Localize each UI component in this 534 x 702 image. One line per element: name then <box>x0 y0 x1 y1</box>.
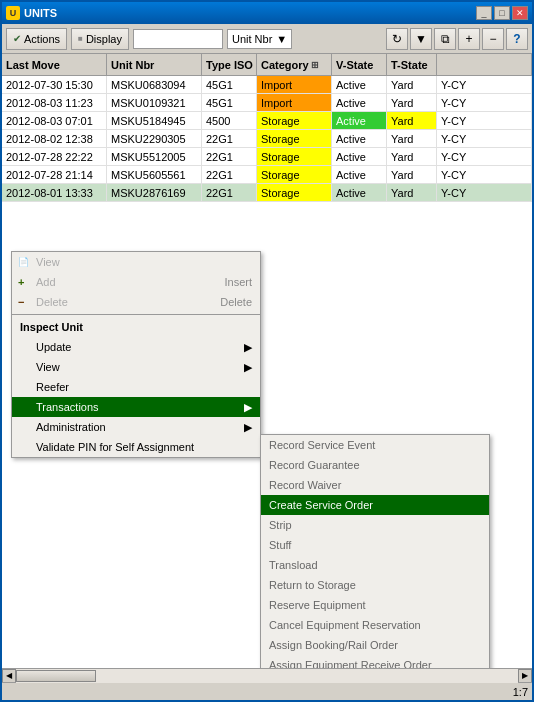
menu-item-update[interactable]: Update ▶ <box>12 337 260 357</box>
submenu-label-4: Strip <box>269 519 292 531</box>
cell-category-0: Import <box>257 76 332 93</box>
submenu-item-return-to-storage[interactable]: Return to Storage <box>261 575 489 595</box>
cell-vstate-0: Active <box>332 76 387 93</box>
cell-category-6: Storage <box>257 184 332 201</box>
cell-unitnbr-6: MSKU2876169 <box>107 184 202 201</box>
col-header-unitnbr[interactable]: Unit Nbr <box>107 54 202 75</box>
menu-label-reefer: Reefer <box>36 381 69 393</box>
submenu-item-record-service-event[interactable]: Record Service Event <box>261 435 489 455</box>
menu-item-transactions[interactable]: Transactions ▶ <box>12 397 260 417</box>
menu-label-validate-pin: Validate PIN for Self Assignment <box>36 441 194 453</box>
menu-item-view[interactable]: 📄 View <box>12 252 260 272</box>
window-title: UNITS <box>24 7 57 19</box>
doc-icon: 📄 <box>18 257 29 267</box>
table-row[interactable]: 2012-08-01 13:33 MSKU2876169 22G1 Storag… <box>2 184 532 202</box>
col-header-tstate[interactable]: T-State <box>387 54 437 75</box>
menu-item-administration[interactable]: Administration ▶ <box>12 417 260 437</box>
add-button[interactable]: + <box>458 28 480 50</box>
filter-button[interactable]: ▼ <box>410 28 432 50</box>
cell-rest-2: Y-CY <box>437 112 532 129</box>
submenu-transactions: Record Service Event Record Guarantee Re… <box>260 434 490 668</box>
title-bar: U UNITS _ □ ✕ <box>2 2 532 24</box>
table-row[interactable]: 2012-07-30 15:30 MSKU0683094 45G1 Import… <box>2 76 532 94</box>
refresh-button[interactable]: ↻ <box>386 28 408 50</box>
search-input[interactable] <box>133 29 223 49</box>
scroll-track[interactable] <box>16 669 518 683</box>
window-icon: U <box>6 6 20 20</box>
submenu-label-8: Reserve Equipment <box>269 599 366 611</box>
submenu-item-reserve-equipment[interactable]: Reserve Equipment <box>261 595 489 615</box>
cell-tstate-3: Yard <box>387 130 437 147</box>
cell-unitnbr-4: MSKU5512005 <box>107 148 202 165</box>
display-label: Display <box>86 33 122 45</box>
col-header-lastmove[interactable]: Last Move <box>2 54 107 75</box>
plus-icon: + <box>18 276 24 288</box>
cell-category-2: Storage <box>257 112 332 129</box>
col-header-typeiso[interactable]: Type ISO <box>202 54 257 75</box>
cell-rest-1: Y-CY <box>437 94 532 111</box>
submenu-item-cancel-reservation[interactable]: Cancel Equipment Reservation <box>261 615 489 635</box>
actions-button[interactable]: ✔ Actions <box>6 28 67 50</box>
submenu-item-record-waiver[interactable]: Record Waiver <box>261 475 489 495</box>
toolbar-icons: ↻ ▼ ⧉ + − ? <box>386 28 528 50</box>
menu-label-administration: Administration <box>36 421 106 433</box>
cell-lastmove-4: 2012-07-28 22:22 <box>2 148 107 165</box>
cell-rest-3: Y-CY <box>437 130 532 147</box>
col-header-vstate[interactable]: V-State <box>332 54 387 75</box>
copy-button[interactable]: ⧉ <box>434 28 456 50</box>
menu-item-reefer[interactable]: Reefer <box>12 377 260 397</box>
menu-separator-1 <box>12 314 260 315</box>
title-buttons: _ □ ✕ <box>476 6 528 20</box>
submenu-item-record-guarantee[interactable]: Record Guarantee <box>261 455 489 475</box>
cell-vstate-3: Active <box>332 130 387 147</box>
toolbar: ✔ Actions ■ Display Unit Nbr ▼ ↻ ▼ ⧉ + −… <box>2 24 532 54</box>
cell-tstate-4: Yard <box>387 148 437 165</box>
menu-label-update: Update <box>36 341 71 353</box>
table-row[interactable]: 2012-07-28 21:14 MSKU5605561 22G1 Storag… <box>2 166 532 184</box>
check-icon: ✔ <box>13 33 21 44</box>
unit-nbr-dropdown[interactable]: Unit Nbr ▼ <box>227 29 292 49</box>
menu-item-delete[interactable]: − Delete Delete <box>12 292 260 312</box>
submenu-item-strip[interactable]: Strip <box>261 515 489 535</box>
cell-lastmove-0: 2012-07-30 15:30 <box>2 76 107 93</box>
minus-icon: − <box>18 296 24 308</box>
submenu-item-transload[interactable]: Transload <box>261 555 489 575</box>
menu-item-add[interactable]: + Add Insert <box>12 272 260 292</box>
context-menu: 📄 View + Add Insert − Delete Delete Insp… <box>11 251 261 458</box>
table-row[interactable]: 2012-08-03 07:01 MSKU5184945 4500 Storag… <box>2 112 532 130</box>
cell-tstate-6: Yard <box>387 184 437 201</box>
cell-typeiso-1: 45G1 <box>202 94 257 111</box>
table-row[interactable]: 2012-08-02 12:38 MSKU2290305 22G1 Storag… <box>2 130 532 148</box>
help-button[interactable]: ? <box>506 28 528 50</box>
menu-item-validate-pin[interactable]: Validate PIN for Self Assignment <box>12 437 260 457</box>
close-button[interactable]: ✕ <box>512 6 528 20</box>
scroll-left-button[interactable]: ◀ <box>2 669 16 683</box>
arrow-icon-update: ▶ <box>244 341 252 354</box>
scroll-thumb[interactable] <box>16 670 96 682</box>
submenu-item-create-service-order[interactable]: Create Service Order <box>261 495 489 515</box>
cell-rest-6: Y-CY <box>437 184 532 201</box>
submenu-label-10: Assign Booking/Rail Order <box>269 639 398 651</box>
menu-label-add: Add <box>36 276 56 288</box>
table-row[interactable]: 2012-07-28 22:22 MSKU5512005 22G1 Storag… <box>2 148 532 166</box>
menu-item-view2[interactable]: View ▶ <box>12 357 260 377</box>
remove-button[interactable]: − <box>482 28 504 50</box>
menu-label-view: View <box>36 256 60 268</box>
cell-lastmove-6: 2012-08-01 13:33 <box>2 184 107 201</box>
submenu-item-assign-booking-rail[interactable]: Assign Booking/Rail Order <box>261 635 489 655</box>
table-row[interactable]: 2012-08-03 11:23 MSKU0109321 45G1 Import… <box>2 94 532 112</box>
cell-category-3: Storage <box>257 130 332 147</box>
minimize-button[interactable]: _ <box>476 6 492 20</box>
submenu-label-7: Return to Storage <box>269 579 356 591</box>
display-button[interactable]: ■ Display <box>71 28 129 50</box>
submenu-item-stuff[interactable]: Stuff <box>261 535 489 555</box>
maximize-button[interactable]: □ <box>494 6 510 20</box>
delete-shortcut: Delete <box>220 296 252 308</box>
cell-lastmove-5: 2012-07-28 21:14 <box>2 166 107 183</box>
col-header-rest <box>437 54 532 75</box>
submenu-item-assign-equipment-receive[interactable]: Assign Equipment Receive Order <box>261 655 489 668</box>
submenu-label-9: Cancel Equipment Reservation <box>269 619 421 631</box>
scroll-right-button[interactable]: ▶ <box>518 669 532 683</box>
cell-tstate-5: Yard <box>387 166 437 183</box>
col-header-category[interactable]: Category ⊞ <box>257 54 332 75</box>
